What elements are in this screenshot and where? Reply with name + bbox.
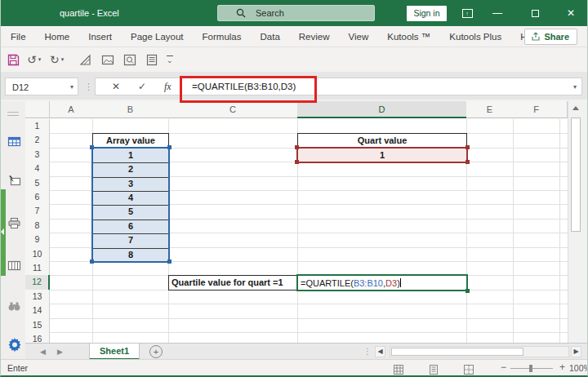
- cell-F16[interactable]: [513, 332, 560, 343]
- cell-E10[interactable]: [466, 247, 514, 262]
- sign-in-button[interactable]: Sign in: [407, 6, 447, 21]
- sheet-tab-sheet1[interactable]: Sheet1: [89, 344, 140, 360]
- cell-G2[interactable]: [559, 133, 568, 148]
- cell-G15[interactable]: [559, 318, 568, 333]
- range-handle[interactable]: [167, 259, 172, 264]
- cell-A8[interactable]: [50, 219, 93, 233]
- cell-G3[interactable]: [559, 148, 568, 162]
- cell-F3[interactable]: [513, 148, 560, 162]
- cell-E13[interactable]: [466, 290, 514, 304]
- cell-E4[interactable]: [466, 162, 514, 176]
- cell-D15[interactable]: [297, 318, 467, 333]
- range-handle[interactable]: [90, 145, 94, 149]
- cell-D16[interactable]: [297, 332, 467, 343]
- row-header-4[interactable]: 4: [25, 162, 50, 176]
- cell-F7[interactable]: [513, 204, 560, 219]
- range-handle[interactable]: [167, 145, 172, 149]
- cell-A12[interactable]: [50, 275, 93, 290]
- cell-B1[interactable]: [92, 119, 169, 134]
- row-header-12[interactable]: 12: [25, 275, 50, 290]
- cell-A4[interactable]: [50, 162, 93, 176]
- col-header-A[interactable]: A: [50, 101, 93, 118]
- cell-A1[interactable]: [50, 119, 93, 134]
- cell-c12-label[interactable]: Quartile value for quart =1: [168, 275, 298, 290]
- cancel-formula-button[interactable]: ✕: [112, 78, 120, 95]
- cell-B12[interactable]: [92, 275, 169, 290]
- col-header-partial[interactable]: [559, 101, 568, 118]
- col-header-B[interactable]: B: [92, 101, 169, 118]
- cell-E6[interactable]: [466, 190, 514, 205]
- cell-C8[interactable]: [168, 219, 298, 233]
- cell-B11[interactable]: [92, 261, 169, 276]
- navigation-pane-toggle[interactable]: [1, 189, 6, 276]
- horizontal-scrollbar[interactable]: [390, 346, 569, 357]
- cell-A10[interactable]: [50, 247, 93, 262]
- cell-D6[interactable]: [297, 190, 467, 205]
- cell-C3[interactable]: [168, 148, 298, 162]
- workbook-button[interactable]: [7, 135, 21, 151]
- zoom-slider-thumb[interactable]: [529, 365, 532, 372]
- cell-G6[interactable]: [559, 190, 568, 205]
- flash-button[interactable]: [7, 175, 21, 190]
- minimize-button[interactable]: —: [486, 0, 509, 26]
- cell-B13[interactable]: [92, 290, 169, 304]
- cell-F15[interactable]: [513, 318, 560, 333]
- cell-E7[interactable]: [466, 204, 514, 219]
- row-header-5[interactable]: 5: [25, 176, 50, 191]
- cell-C7[interactable]: [168, 204, 298, 219]
- cell-G12[interactable]: [559, 275, 568, 290]
- cell-G4[interactable]: [559, 162, 568, 176]
- cell-G1[interactable]: [559, 119, 568, 134]
- ribbon-tab-home[interactable]: Home: [45, 26, 70, 47]
- cell-G5[interactable]: [559, 176, 568, 191]
- sheetbar-resize-handle[interactable]: ⋮: [363, 344, 372, 360]
- columns-button[interactable]: [7, 259, 21, 275]
- row-header-3[interactable]: 3: [25, 148, 50, 162]
- cell-F4[interactable]: [513, 162, 560, 176]
- hscroll-left-button[interactable]: ◀: [375, 346, 385, 357]
- row-header-10[interactable]: 10: [25, 247, 50, 262]
- cell-F14[interactable]: [513, 304, 560, 318]
- cell-G14[interactable]: [559, 304, 568, 318]
- row-header-11[interactable]: 11: [25, 261, 50, 276]
- cell-C9[interactable]: [168, 233, 298, 247]
- row-header-1[interactable]: 1: [25, 119, 50, 134]
- col-header-E[interactable]: E: [466, 101, 514, 118]
- undo-button[interactable]: ↺ ▾: [27, 47, 41, 72]
- col-header-D[interactable]: D: [297, 101, 467, 118]
- preview-button[interactable]: [123, 47, 136, 72]
- cell-d12-active-formula[interactable]: =QUARTILE(B3:B10,D3): [296, 274, 468, 291]
- cell-C1[interactable]: [168, 119, 298, 134]
- cell-F10[interactable]: [513, 247, 560, 262]
- ribbon-tab-insert[interactable]: Insert: [88, 26, 112, 47]
- cell-C13[interactable]: [168, 290, 298, 304]
- row-header-9[interactable]: 9: [25, 233, 50, 247]
- row-header-15[interactable]: 15: [25, 318, 50, 333]
- cell-D1[interactable]: [297, 119, 467, 134]
- cell-D8[interactable]: [297, 219, 467, 233]
- cell-A7[interactable]: [50, 204, 93, 219]
- scroll-up-button[interactable]: [570, 103, 581, 114]
- cell-A9[interactable]: [50, 233, 93, 247]
- redo-button[interactable]: ↻ ▾: [50, 47, 64, 72]
- zoom-level[interactable]: 100%: [569, 360, 588, 376]
- row-header-16[interactable]: 16: [25, 332, 50, 343]
- picture-button[interactable]: [101, 47, 114, 72]
- row-header-8[interactable]: 8: [25, 219, 50, 233]
- ribbon-display-options-button[interactable]: ↑: [456, 0, 479, 26]
- hscroll-right-button[interactable]: ▶: [571, 346, 581, 357]
- cell-G7[interactable]: [559, 204, 568, 219]
- cell-A5[interactable]: [50, 176, 93, 191]
- redo-dropdown-icon[interactable]: ▾: [61, 56, 65, 63]
- row-header-13[interactable]: 13: [25, 290, 50, 304]
- cell-E2[interactable]: [466, 133, 514, 148]
- zoom-out-button[interactable]: −: [501, 360, 506, 375]
- cell-F2[interactable]: [513, 133, 560, 148]
- cell-D13[interactable]: [297, 290, 467, 304]
- cell-C15[interactable]: [168, 318, 298, 333]
- cell-A3[interactable]: [50, 148, 93, 162]
- report-button[interactable]: [145, 47, 158, 72]
- cell-D14[interactable]: [297, 304, 467, 318]
- setsquare-button[interactable]: [79, 47, 92, 72]
- settings-button[interactable]: [7, 336, 21, 356]
